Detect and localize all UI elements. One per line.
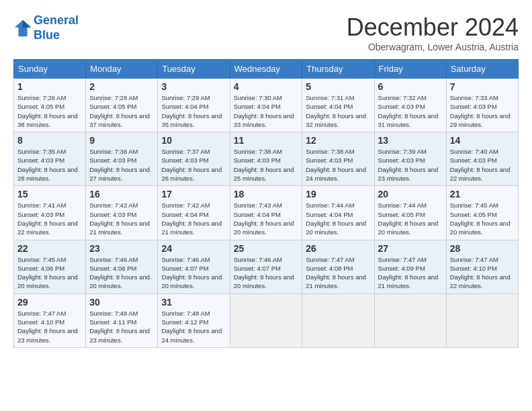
logo-icon bbox=[13, 19, 32, 38]
calendar-day-cell: 5 Sunrise: 7:31 AMSunset: 4:04 PMDayligh… bbox=[302, 79, 374, 132]
calendar-day-cell: 17 Sunrise: 7:42 AMSunset: 4:04 PMDaylig… bbox=[158, 186, 230, 240]
weekday-header-sunday: Sunday bbox=[14, 60, 86, 79]
calendar-table: SundayMondayTuesdayWednesdayThursdayFrid… bbox=[13, 59, 519, 348]
day-number: 15 bbox=[17, 189, 82, 199]
calendar-week-row: 22 Sunrise: 7:45 AMSunset: 4:06 PMDaylig… bbox=[14, 240, 519, 293]
title-block: December 2024 Oberwagram, Lower Austria,… bbox=[347, 13, 519, 52]
weekday-header-monday: Monday bbox=[86, 60, 158, 79]
day-info: Sunrise: 7:47 AMSunset: 4:08 PMDaylight:… bbox=[306, 255, 370, 291]
day-info: Sunrise: 7:46 AMSunset: 4:07 PMDaylight:… bbox=[161, 255, 226, 291]
weekday-header-tuesday: Tuesday bbox=[158, 60, 230, 79]
calendar-day-cell bbox=[374, 293, 446, 347]
day-number: 30 bbox=[89, 297, 154, 308]
logo-general: General bbox=[34, 13, 79, 27]
calendar-day-cell: 23 Sunrise: 7:46 AMSunset: 4:06 PMDaylig… bbox=[86, 240, 158, 293]
day-info: Sunrise: 7:26 AMSunset: 4:05 PMDaylight:… bbox=[17, 93, 82, 129]
calendar-day-cell: 9 Sunrise: 7:36 AMSunset: 4:03 PMDayligh… bbox=[86, 132, 158, 186]
weekday-header-wednesday: Wednesday bbox=[230, 60, 302, 79]
calendar-day-cell: 18 Sunrise: 7:43 AMSunset: 4:04 PMDaylig… bbox=[230, 186, 302, 240]
calendar-day-cell bbox=[446, 293, 518, 347]
day-number: 19 bbox=[306, 189, 370, 199]
day-info: Sunrise: 7:44 AMSunset: 4:04 PMDaylight:… bbox=[306, 201, 370, 236]
calendar-day-cell: 25 Sunrise: 7:46 AMSunset: 4:07 PMDaylig… bbox=[230, 240, 302, 293]
day-info: Sunrise: 7:38 AMSunset: 4:03 PMDaylight:… bbox=[306, 147, 370, 183]
day-info: Sunrise: 7:48 AMSunset: 4:11 PMDaylight:… bbox=[89, 309, 154, 345]
calendar-day-cell: 29 Sunrise: 7:47 AMSunset: 4:10 PMDaylig… bbox=[14, 293, 86, 347]
calendar-day-cell: 20 Sunrise: 7:44 AMSunset: 4:05 PMDaylig… bbox=[374, 186, 446, 240]
day-number: 21 bbox=[450, 189, 515, 199]
day-info: Sunrise: 7:46 AMSunset: 4:07 PMDaylight:… bbox=[234, 255, 299, 291]
day-info: Sunrise: 7:46 AMSunset: 4:06 PMDaylight:… bbox=[89, 255, 154, 291]
weekday-header-saturday: Saturday bbox=[446, 60, 518, 79]
day-number: 8 bbox=[17, 135, 82, 146]
day-number: 29 bbox=[17, 297, 82, 308]
calendar-day-cell: 2 Sunrise: 7:28 AMSunset: 4:05 PMDayligh… bbox=[86, 79, 158, 132]
calendar-day-cell bbox=[230, 293, 302, 347]
day-number: 23 bbox=[89, 243, 154, 254]
day-number: 11 bbox=[234, 135, 299, 146]
day-info: Sunrise: 7:45 AMSunset: 4:05 PMDaylight:… bbox=[450, 201, 515, 236]
weekday-header-thursday: Thursday bbox=[302, 60, 374, 79]
day-number: 26 bbox=[306, 243, 370, 254]
weekday-header-row: SundayMondayTuesdayWednesdayThursdayFrid… bbox=[14, 60, 519, 79]
calendar-day-cell: 22 Sunrise: 7:45 AMSunset: 4:06 PMDaylig… bbox=[14, 240, 86, 293]
day-info: Sunrise: 7:47 AMSunset: 4:10 PMDaylight:… bbox=[450, 255, 515, 291]
day-info: Sunrise: 7:40 AMSunset: 4:03 PMDaylight:… bbox=[450, 147, 515, 183]
calendar-day-cell: 24 Sunrise: 7:46 AMSunset: 4:07 PMDaylig… bbox=[158, 240, 230, 293]
calendar-week-row: 29 Sunrise: 7:47 AMSunset: 4:10 PMDaylig… bbox=[14, 293, 519, 347]
logo-text: General Blue bbox=[34, 13, 79, 42]
day-number: 9 bbox=[89, 135, 154, 146]
day-info: Sunrise: 7:41 AMSunset: 4:03 PMDaylight:… bbox=[17, 201, 82, 236]
day-number: 16 bbox=[89, 189, 154, 199]
day-number: 13 bbox=[378, 135, 443, 146]
day-info: Sunrise: 7:29 AMSunset: 4:04 PMDaylight:… bbox=[161, 93, 226, 129]
day-number: 22 bbox=[17, 243, 82, 254]
calendar-day-cell: 13 Sunrise: 7:39 AMSunset: 4:03 PMDaylig… bbox=[374, 132, 446, 186]
day-info: Sunrise: 7:31 AMSunset: 4:04 PMDaylight:… bbox=[306, 93, 370, 129]
day-info: Sunrise: 7:38 AMSunset: 4:03 PMDaylight:… bbox=[234, 147, 299, 183]
calendar-day-cell: 27 Sunrise: 7:47 AMSunset: 4:09 PMDaylig… bbox=[374, 240, 446, 293]
calendar-day-cell: 21 Sunrise: 7:45 AMSunset: 4:05 PMDaylig… bbox=[446, 186, 518, 240]
day-info: Sunrise: 7:36 AMSunset: 4:03 PMDaylight:… bbox=[89, 147, 154, 183]
calendar-day-cell: 11 Sunrise: 7:38 AMSunset: 4:03 PMDaylig… bbox=[230, 132, 302, 186]
day-number: 10 bbox=[161, 135, 226, 146]
day-info: Sunrise: 7:45 AMSunset: 4:06 PMDaylight:… bbox=[17, 255, 82, 291]
day-number: 27 bbox=[378, 243, 443, 254]
calendar-week-row: 15 Sunrise: 7:41 AMSunset: 4:03 PMDaylig… bbox=[14, 186, 519, 240]
day-info: Sunrise: 7:44 AMSunset: 4:05 PMDaylight:… bbox=[378, 201, 443, 236]
day-number: 25 bbox=[234, 243, 299, 254]
day-number: 18 bbox=[234, 189, 299, 199]
calendar-day-cell: 26 Sunrise: 7:47 AMSunset: 4:08 PMDaylig… bbox=[302, 240, 374, 293]
day-number: 1 bbox=[17, 81, 82, 92]
calendar-day-cell: 28 Sunrise: 7:47 AMSunset: 4:10 PMDaylig… bbox=[446, 240, 518, 293]
calendar-day-cell: 12 Sunrise: 7:38 AMSunset: 4:03 PMDaylig… bbox=[302, 132, 374, 186]
day-info: Sunrise: 7:42 AMSunset: 4:03 PMDaylight:… bbox=[89, 201, 154, 236]
logo: General Blue bbox=[13, 13, 79, 42]
calendar-day-cell: 15 Sunrise: 7:41 AMSunset: 4:03 PMDaylig… bbox=[14, 186, 86, 240]
day-number: 5 bbox=[306, 81, 370, 92]
svg-marker-1 bbox=[23, 19, 31, 27]
calendar-day-cell: 31 Sunrise: 7:48 AMSunset: 4:12 PMDaylig… bbox=[158, 293, 230, 347]
calendar-week-row: 1 Sunrise: 7:26 AMSunset: 4:05 PMDayligh… bbox=[14, 79, 519, 132]
day-number: 7 bbox=[450, 81, 515, 92]
day-info: Sunrise: 7:42 AMSunset: 4:04 PMDaylight:… bbox=[161, 201, 226, 236]
day-number: 17 bbox=[161, 189, 226, 199]
calendar-day-cell: 19 Sunrise: 7:44 AMSunset: 4:04 PMDaylig… bbox=[302, 186, 374, 240]
calendar-day-cell: 4 Sunrise: 7:30 AMSunset: 4:04 PMDayligh… bbox=[230, 79, 302, 132]
day-info: Sunrise: 7:33 AMSunset: 4:03 PMDaylight:… bbox=[450, 93, 515, 129]
day-info: Sunrise: 7:32 AMSunset: 4:03 PMDaylight:… bbox=[378, 93, 443, 129]
day-info: Sunrise: 7:48 AMSunset: 4:12 PMDaylight:… bbox=[161, 309, 226, 345]
calendar-day-cell: 14 Sunrise: 7:40 AMSunset: 4:03 PMDaylig… bbox=[446, 132, 518, 186]
day-number: 12 bbox=[306, 135, 370, 146]
logo-blue: Blue bbox=[34, 28, 60, 42]
calendar-day-cell: 16 Sunrise: 7:42 AMSunset: 4:03 PMDaylig… bbox=[86, 186, 158, 240]
calendar-day-cell: 1 Sunrise: 7:26 AMSunset: 4:05 PMDayligh… bbox=[14, 79, 86, 132]
day-number: 28 bbox=[450, 243, 515, 254]
day-info: Sunrise: 7:35 AMSunset: 4:03 PMDaylight:… bbox=[17, 147, 82, 183]
calendar-day-cell bbox=[302, 293, 374, 347]
day-info: Sunrise: 7:28 AMSunset: 4:05 PMDaylight:… bbox=[89, 93, 154, 129]
day-number: 31 bbox=[161, 297, 226, 308]
day-number: 24 bbox=[161, 243, 226, 254]
day-info: Sunrise: 7:47 AMSunset: 4:09 PMDaylight:… bbox=[378, 255, 443, 291]
day-number: 20 bbox=[378, 189, 443, 199]
